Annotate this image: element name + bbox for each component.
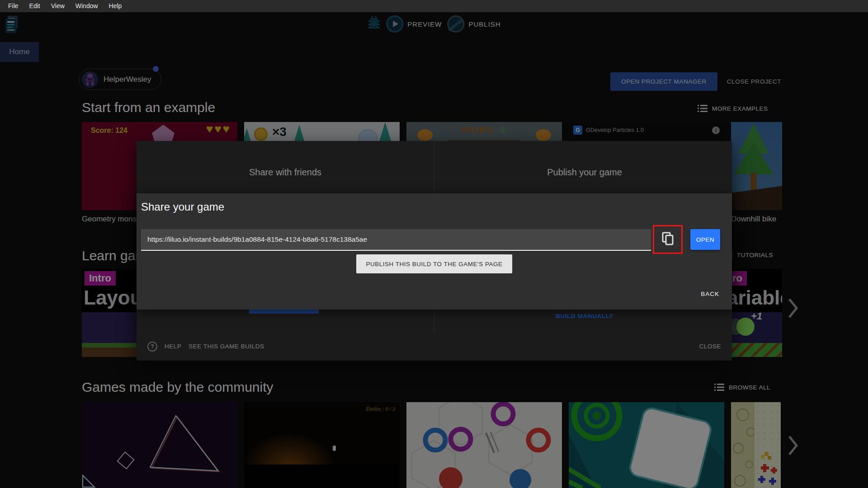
share-dialog: Share with friends Publish your game BUI… xyxy=(137,141,732,361)
publish-build-button[interactable]: PUBLISH THIS BUILD TO THE GAME'S PAGE xyxy=(356,254,513,273)
menu-view[interactable]: View xyxy=(46,0,70,12)
gdevelop-window: PREVIEW PUBLISH Home HelperWesley OPEN P… xyxy=(0,0,868,488)
open-link-button[interactable]: OPEN xyxy=(690,229,720,250)
menu-edit[interactable]: Edit xyxy=(24,0,46,12)
red-highlight-box xyxy=(653,225,683,254)
menu-bar: File Edit View Window Help xyxy=(0,0,868,12)
menu-file[interactable]: File xyxy=(3,0,24,12)
menu-window[interactable]: Window xyxy=(70,0,104,12)
panel-title: Share your game xyxy=(141,201,224,213)
back-button[interactable]: BACK xyxy=(701,291,719,297)
share-your-game-panel: Share your game OPEN PUBLISH THIS BUILD … xyxy=(137,193,732,310)
share-url-input[interactable] xyxy=(141,229,651,251)
menu-help[interactable]: Help xyxy=(104,0,127,12)
copy-icon[interactable] xyxy=(662,232,674,247)
